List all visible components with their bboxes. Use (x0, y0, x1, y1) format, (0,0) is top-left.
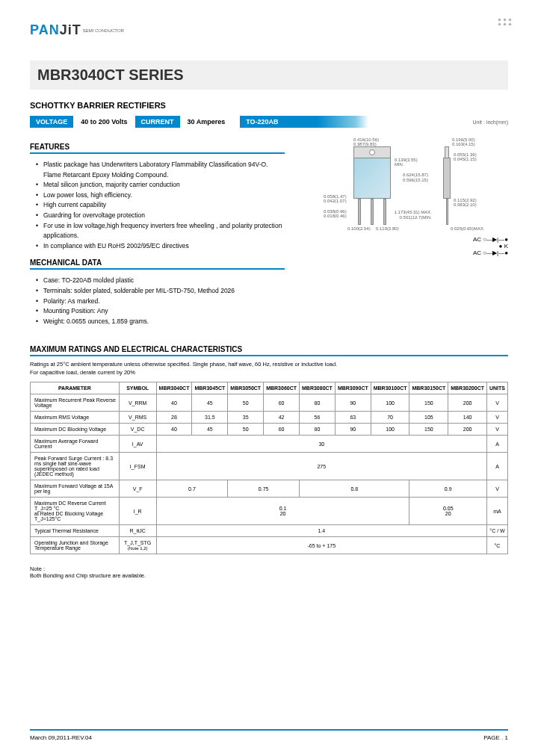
feature-item: High current capability (36, 200, 285, 211)
unit-text: Unit : inch(mm) (473, 120, 508, 125)
dim-label: 0.018(0.46) (324, 214, 347, 218)
mechanical-item: Mounting Position: Any (36, 306, 285, 317)
mechanical-heading: MECHANICAL DATA (30, 258, 285, 270)
mechanical-item: Terminals: solder plated, solderable per… (36, 286, 285, 297)
th: MBR3050CT (228, 382, 264, 394)
dim-label: 0.596(15.15) (403, 178, 428, 182)
th: MBR3080CT (300, 382, 336, 394)
current-value: 30 Amperes (188, 118, 226, 126)
feature-item: Plastic package has Underwriters Laborat… (36, 160, 285, 180)
logo-subtitle: SEMI CONDUCTOR (83, 28, 124, 33)
logo-text: PANJiT (30, 22, 81, 38)
voltage-value: 40 to 200 Volts (81, 118, 127, 126)
features-list: Plastic package has Underwriters Laborat… (30, 160, 285, 251)
footer-date: March 09,2011-REV.04 (30, 734, 92, 741)
table-row: Maximum DC Reverse Current T_J=25 °C at … (31, 498, 508, 525)
current-badge: CURRENT (135, 116, 180, 128)
th: MBR3040CT (156, 382, 192, 394)
table-row: Peak Forward Surge Current : 8.3 ms sing… (31, 453, 508, 480)
page-title: MBR3040CT SERIES (30, 66, 508, 84)
voltage-badge: VOLTAGE (30, 116, 73, 128)
mechanical-item: Case: TO-220AB molded plastic (36, 276, 285, 286)
dim-label: 0.501(12.7)MIN. (400, 215, 432, 220)
th: MBR30200CT (448, 382, 487, 394)
feature-item: Low power loss, high efficiency. (36, 190, 285, 201)
th: MBR3060CT (264, 382, 300, 394)
th: MBR30100CT (371, 382, 409, 394)
title-bar: MBR3040CT SERIES (30, 61, 508, 90)
dim-label: 0.110(2.80) (376, 226, 399, 231)
th: UNITS (486, 382, 507, 394)
feature-item: Metal silicon junction, majority carrier… (36, 180, 285, 190)
ratings-table: PARAMETER SYMBOL MBR3040CT MBR3045CT MBR… (30, 382, 508, 554)
footer: March 09,2011-REV.04 PAGE . 1 (30, 729, 508, 741)
package-diagram: 0.416(10.56) 0.387(9.83) 0.139(3.55) MIN… (296, 139, 508, 334)
dim-label: 0.100(2.54) (347, 226, 371, 231)
subtitle: SCHOTTKY BARRIER RECTIFIERS (30, 101, 508, 110)
ratings-sub2: For capacitive load, derate current by 2… (30, 369, 508, 376)
circuit-symbol: AC ○—▶|—● ● K AC ○—▶|—● (296, 236, 508, 256)
ratings-heading: MAXIMUM RATINGS AND ELECTRICAL CHARACTER… (30, 345, 508, 356)
table-row: Maximum Recurrent Peak Reverse VoltageV_… (31, 394, 508, 412)
package-badge: TO-220AB (240, 116, 368, 128)
mechanical-list: Case: TO-220AB molded plastic Terminals:… (30, 276, 285, 326)
corner-decoration (498, 19, 512, 25)
mechanical-item: Polarity: As marked. (36, 297, 285, 307)
th: MBR30150CT (409, 382, 448, 394)
package-side-view: 0.196(5.00) 0.163(4.15) 0.055(1.39) 0.04… (443, 146, 451, 225)
th: MBR3045CT (192, 382, 228, 394)
dim-label: 0.624(15.87) (403, 173, 428, 177)
dim-label: 0.025(0.65)MAX. (451, 226, 484, 231)
table-row: Maximum RMS VoltageV_RMS2831.53542566370… (31, 412, 508, 424)
table-row: Maximum Forward Voltage at 15A per legV_… (31, 480, 508, 498)
logo: PANJiT SEMI CONDUCTOR (30, 22, 508, 38)
table-row: Maximum Average Forward CurrentI_AV30A (31, 436, 508, 453)
package-front-view: 0.416(10.56) 0.387(9.83) 0.139(3.55) MIN… (353, 146, 391, 225)
dim-label: 0.163(4.15) (452, 142, 475, 146)
th: SYMBOL (119, 382, 156, 394)
ratings-sub1: Ratings at 25°C ambient temperature unle… (30, 361, 508, 368)
dim-label: 0.045(1.15) (454, 157, 477, 161)
th: PARAMETER (31, 382, 120, 394)
feature-item: Guardring for overvoltage protection (36, 211, 285, 221)
note-label: Note : (30, 566, 508, 572)
dim-label: 0.139(3.55) MIN. (395, 158, 418, 167)
feature-item: In compliance with EU RoHS 2002/95/EC di… (36, 241, 285, 252)
mechanical-item: Weight: 0.0655 ounces, 1.859 grams. (36, 317, 285, 327)
features-heading: FEATURES (30, 143, 285, 154)
dim-label: 0.042(1.07) (324, 199, 347, 203)
spec-row: VOLTAGE 40 to 200 Volts CURRENT 30 Amper… (30, 116, 508, 128)
table-row: Typical Thermal ResistanceR_θJC1.4°C / W (31, 525, 508, 537)
feature-item: For use in low voltage,high frequency in… (36, 221, 285, 241)
note-text: Both Bonding and Chip structure are avai… (30, 572, 508, 579)
table-header-row: PARAMETER SYMBOL MBR3040CT MBR3045CT MBR… (31, 382, 508, 394)
dim-label: 0.083(2.10) (454, 202, 477, 207)
note-section: Note : Both Bonding and Chip structure a… (30, 566, 508, 579)
footer-page: PAGE . 1 (483, 734, 508, 741)
dim-label: 1.173(45.31) MAX. (395, 210, 432, 214)
table-row: Maximum DC Blocking VoltageV_DC404550608… (31, 424, 508, 436)
th: MBR3090CT (335, 382, 371, 394)
table-row: Operating Junction and Storage Temperatu… (31, 537, 508, 554)
